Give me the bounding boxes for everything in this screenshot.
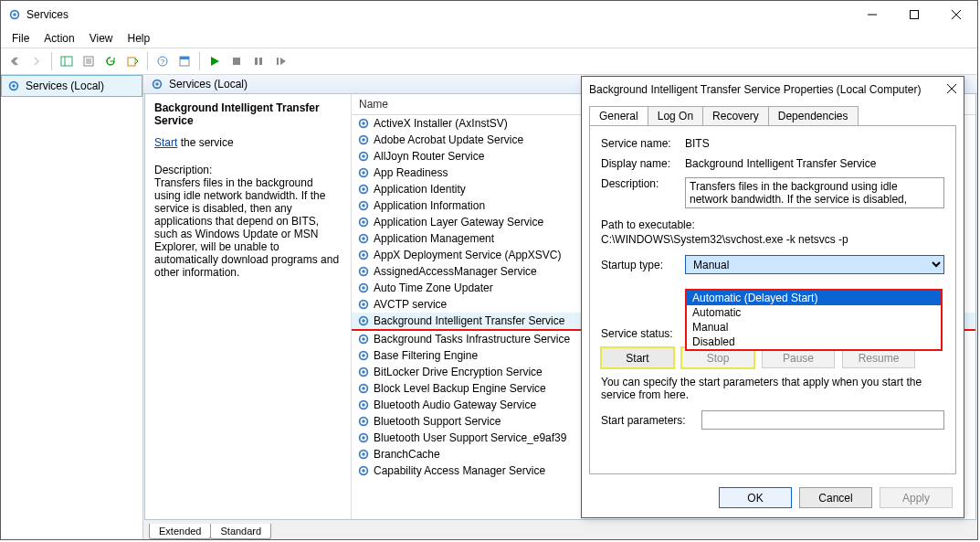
gear-icon: [357, 232, 370, 245]
svg-point-36: [362, 204, 365, 207]
stop-service-button[interactable]: [227, 51, 247, 71]
minimize-button[interactable]: [851, 1, 893, 28]
startup-select[interactable]: Manual: [685, 255, 944, 274]
option-manual[interactable]: Manual: [687, 320, 941, 335]
service-name: Bluetooth Audio Gateway Service: [374, 399, 536, 411]
tab-logon[interactable]: Log On: [648, 106, 703, 125]
svg-rect-3: [911, 11, 919, 19]
properties-button[interactable]: [79, 51, 99, 71]
svg-point-64: [362, 436, 365, 440]
gear-icon: [357, 382, 370, 395]
gear-icon: [357, 415, 370, 428]
svg-rect-20: [277, 58, 279, 65]
menu-help[interactable]: Help: [121, 30, 158, 47]
app-icon: [8, 8, 21, 21]
restart-service-button[interactable]: [270, 51, 290, 71]
value-service-name: BITS: [685, 137, 944, 150]
svg-point-54: [362, 354, 365, 357]
svg-text:?: ?: [161, 58, 165, 66]
svg-rect-6: [61, 57, 72, 66]
gear-icon: [357, 366, 370, 378]
cancel-button[interactable]: Cancel: [799, 487, 872, 508]
gear-icon: [357, 133, 370, 146]
ok-button[interactable]: OK: [719, 487, 792, 508]
svg-rect-18: [255, 58, 258, 65]
gear-icon: [357, 249, 370, 261]
maximize-button[interactable]: [893, 1, 935, 28]
svg-point-52: [362, 337, 365, 341]
service-name: BranchCache: [374, 448, 440, 461]
tab-standard[interactable]: Standard: [210, 524, 271, 539]
menu-file[interactable]: File: [5, 30, 37, 47]
tab-recovery[interactable]: Recovery: [702, 106, 769, 125]
value-path: C:\WINDOWS\System32\svchost.exe -k netsv…: [601, 233, 944, 246]
svg-point-46: [362, 286, 365, 290]
prop-sheet-button[interactable]: [174, 51, 195, 71]
menu-view[interactable]: View: [82, 30, 121, 47]
svg-point-66: [362, 452, 365, 456]
start-button[interactable]: Start: [601, 347, 674, 368]
gear-icon: [357, 349, 370, 362]
refresh-button[interactable]: [100, 51, 121, 71]
header-label: Services (Local): [169, 78, 248, 90]
svg-point-50: [362, 319, 365, 323]
service-name: AVCTP service: [374, 298, 447, 311]
description-textarea[interactable]: Transfers files in the background using …: [685, 177, 944, 208]
apply-button: Apply: [880, 487, 953, 508]
menu-action[interactable]: Action: [37, 30, 81, 47]
nav-services-local[interactable]: Services (Local): [1, 75, 142, 97]
desc-label: Description:: [154, 164, 342, 176]
tab-general[interactable]: General: [589, 106, 648, 125]
svg-point-62: [362, 420, 365, 423]
gear-icon: [357, 314, 370, 327]
start-service-button[interactable]: [205, 51, 225, 71]
dialog-title: Background Intelligent Transfer Service …: [589, 83, 922, 96]
option-auto-delayed[interactable]: Automatic (Delayed Start): [687, 291, 941, 305]
service-name: ActiveX Installer (AxInstSV): [374, 117, 508, 130]
option-disabled[interactable]: Disabled: [687, 335, 941, 349]
gear-icon: [357, 464, 370, 477]
svg-point-68: [362, 469, 365, 473]
forward-button[interactable]: [26, 51, 47, 71]
option-automatic[interactable]: Automatic: [687, 305, 941, 320]
svg-point-30: [362, 154, 365, 158]
tab-dependencies[interactable]: Dependencies: [768, 106, 859, 125]
gear-icon: [357, 298, 370, 311]
service-name: AppX Deployment Service (AppXSVC): [374, 249, 561, 261]
back-button[interactable]: [5, 51, 25, 71]
tab-extended[interactable]: Extended: [149, 524, 211, 539]
gear-icon: [357, 265, 370, 278]
service-name: Application Management: [374, 232, 494, 245]
export-button[interactable]: [122, 51, 142, 71]
gear-icon: [357, 183, 370, 196]
service-name: Bluetooth User Support Service_e9af39: [374, 431, 566, 444]
svg-point-60: [362, 403, 365, 407]
label-status: Service status:: [601, 327, 685, 340]
pause-service-button[interactable]: [248, 51, 269, 71]
svg-point-56: [362, 370, 365, 374]
help-button[interactable]: ?: [153, 51, 173, 71]
detail-pane: Background Intelligent Transfer Service …: [145, 94, 352, 519]
svg-point-22: [12, 84, 16, 88]
startup-dropdown: Automatic (Delayed Start) Automatic Manu…: [685, 289, 943, 351]
show-hide-tree-button[interactable]: [57, 51, 77, 71]
nav-tree: Services (Local): [1, 75, 143, 539]
dialog-close-button[interactable]: [947, 83, 956, 96]
view-tabs: Extended Standard: [143, 520, 977, 539]
label-service-name: Service name:: [601, 137, 685, 150]
svg-point-42: [362, 253, 365, 257]
start-link[interactable]: Start: [154, 136, 177, 149]
nav-label: Services (Local): [26, 80, 104, 92]
start-params-note: You can specify the start parameters tha…: [601, 376, 944, 401]
service-name: Auto Time Zone Updater: [374, 282, 493, 294]
start-params-input[interactable]: [701, 410, 944, 430]
service-name: Application Identity: [374, 183, 466, 196]
close-button[interactable]: [935, 1, 977, 28]
label-path: Path to executable:: [601, 218, 944, 231]
detail-title: Background Intelligent Transfer Service: [154, 101, 342, 127]
svg-point-44: [362, 270, 365, 273]
start-suffix: the service: [177, 136, 233, 149]
svg-point-32: [362, 171, 365, 175]
svg-point-40: [362, 237, 365, 240]
svg-point-48: [362, 303, 365, 306]
